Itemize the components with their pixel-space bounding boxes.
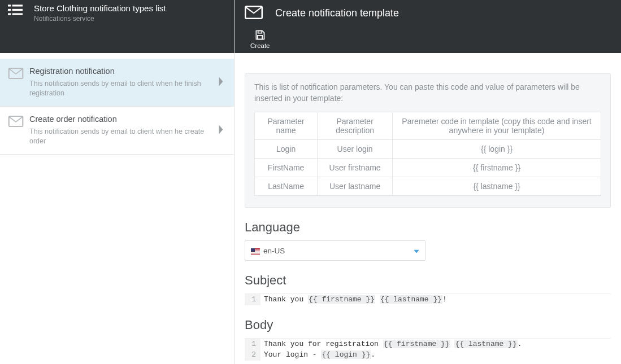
table-row: FirstNameUser firstname{{ firstname }} — [255, 159, 601, 177]
parameters-info-text: This is list of notification parameters.… — [254, 82, 601, 104]
notification-list-item[interactable]: Create order notificationThis notificati… — [0, 107, 234, 155]
envelope-icon — [8, 115, 29, 129]
chevron-right-icon — [218, 125, 224, 135]
param-cell-name: FirstName — [255, 159, 318, 177]
subject-heading: Subject — [245, 273, 611, 288]
main-panel: Create notification template Create This… — [234, 0, 621, 364]
notification-list: Registration notificationThis notificati… — [0, 59, 234, 155]
param-col-name: Parameter name — [255, 112, 318, 140]
param-cell-name: LastName — [255, 177, 318, 196]
param-cell-desc: User lastname — [318, 177, 393, 196]
notification-item-title: Registration notification — [29, 67, 211, 76]
param-col-desc: Parameter description — [318, 112, 393, 140]
sidebar: Store Clothing notification types list N… — [0, 0, 234, 364]
notification-list-item[interactable]: Registration notificationThis notificati… — [0, 59, 234, 107]
create-button-label: Create — [250, 43, 270, 50]
parameters-table: Parameter name Parameter description Par… — [254, 112, 601, 196]
svg-rect-2 — [8, 9, 11, 11]
sidebar-subtitle: Notifications service — [34, 15, 166, 23]
main-title: Create notification template — [268, 7, 399, 19]
main-header: Create notification template — [234, 0, 621, 26]
body-heading: Body — [245, 318, 611, 332]
param-cell-desc: User firstname — [318, 159, 393, 177]
param-cell-desc: User login — [318, 140, 393, 159]
chevron-down-icon — [414, 247, 419, 255]
table-row: LoginUser login{{ login }} — [255, 140, 601, 159]
table-row: LastNameUser lastname{{ lastname }} — [255, 177, 601, 196]
language-select[interactable]: en-US — [245, 240, 425, 261]
body-editor[interactable]: 12 Thank you for registration {{ firstna… — [245, 338, 611, 361]
svg-rect-12 — [251, 252, 260, 253]
svg-rect-0 — [8, 5, 11, 6]
svg-rect-4 — [8, 13, 11, 15]
svg-rect-1 — [12, 5, 23, 6]
parameters-info-box: This is list of notification parameters.… — [245, 73, 611, 208]
create-button[interactable]: Create — [250, 29, 270, 50]
notification-item-desc: This notification sends by email to clie… — [29, 127, 211, 146]
notification-item-title: Create order notification — [29, 115, 211, 124]
list-icon — [8, 3, 27, 18]
svg-rect-3 — [12, 9, 23, 11]
language-heading: Language — [245, 220, 611, 235]
svg-rect-7 — [258, 36, 262, 40]
param-cell-code[interactable]: {{ login }} — [393, 140, 601, 159]
sidebar-toolbar-spacer — [0, 26, 234, 53]
chevron-right-icon — [218, 77, 224, 87]
envelope-icon — [245, 6, 268, 21]
svg-rect-5 — [12, 13, 23, 15]
svg-rect-13 — [251, 253, 260, 254]
sidebar-header: Store Clothing notification types list N… — [0, 0, 234, 26]
main-toolbar: Create — [234, 26, 621, 53]
subject-editor[interactable]: 1 Thank you {{ firstname }} {{ lastname … — [245, 293, 611, 305]
envelope-icon — [8, 67, 29, 81]
notification-item-desc: This notification sends by email to clie… — [29, 79, 211, 98]
save-icon — [254, 29, 266, 42]
param-col-code: Paremeter code in template (copy this co… — [393, 112, 601, 140]
language-value: en-US — [263, 247, 285, 255]
param-cell-code[interactable]: {{ lastname }} — [393, 177, 601, 196]
svg-rect-6 — [258, 31, 262, 33]
param-cell-name: Login — [255, 140, 318, 159]
svg-rect-14 — [251, 248, 255, 252]
param-cell-code[interactable]: {{ firstname }} — [393, 159, 601, 177]
sidebar-title: Store Clothing notification types list — [34, 3, 166, 14]
flag-us-icon — [251, 248, 260, 254]
